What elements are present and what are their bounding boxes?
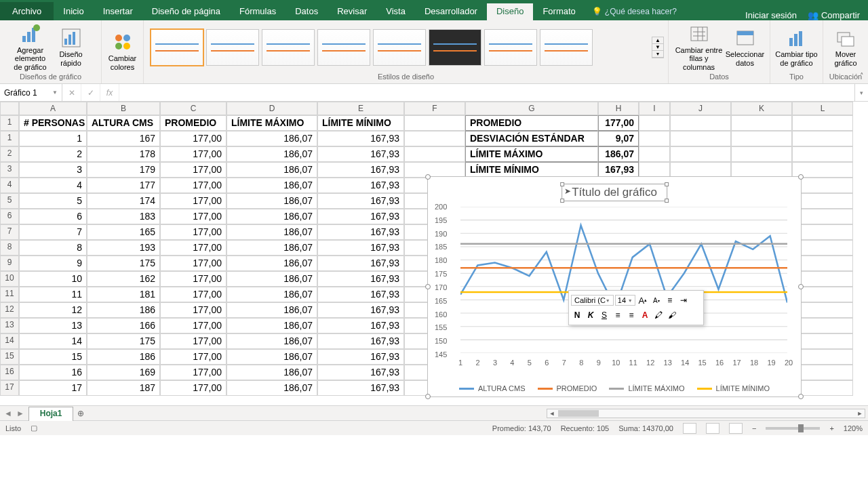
svg-point-8: [115, 35, 122, 41]
col-header[interactable]: D: [226, 102, 317, 115]
chart-style-4[interactable]: [317, 29, 370, 66]
chart-style-7[interactable]: [484, 29, 537, 66]
gallery-scroll[interactable]: ▲ ▼ ▾: [652, 37, 664, 58]
tab-formulas[interactable]: Fórmulas: [230, 3, 285, 20]
tab-formato[interactable]: Formato: [533, 3, 585, 20]
col-header[interactable]: A: [19, 102, 87, 115]
tab-file[interactable]: Archivo: [0, 2, 54, 20]
align-center-button[interactable]: ≡: [612, 309, 624, 321]
tab-diseno[interactable]: Diseño: [487, 3, 533, 20]
chart-legend[interactable]: ALTURA CMS PROMEDIO LÍMITE MÁXIMO LÍMITE…: [428, 384, 801, 392]
name-box[interactable]: Gráfico 1▼: [0, 84, 62, 101]
sheet-tab-hoja1[interactable]: Hoja1: [28, 407, 74, 421]
tab-desarrollador[interactable]: Desarrollador: [415, 3, 487, 20]
view-normal-button[interactable]: [683, 423, 696, 434]
chart-title[interactable]: ➤ Título del gráfico: [561, 184, 667, 201]
mini-format-toolbar[interactable]: Calibri (C▼ 14▼ A▴ A▾ ≡ ⇥ N K S ≡ ≡ A 🖍 …: [568, 290, 704, 325]
horizontal-scrollbar[interactable]: ◄►: [547, 409, 865, 418]
tab-inicio[interactable]: Inicio: [54, 3, 93, 20]
chart-style-6[interactable]: [429, 29, 481, 66]
tab-insertar[interactable]: Insertar: [94, 3, 142, 20]
cancel-formula-button[interactable]: ✕: [62, 84, 81, 101]
resize-handle[interactable]: [798, 284, 804, 289]
x-axis-tick: 14: [681, 359, 689, 367]
formula-input[interactable]: [119, 84, 854, 101]
svg-rect-5: [64, 39, 67, 45]
add-sheet-button[interactable]: ⊕: [73, 406, 88, 420]
col-header[interactable]: J: [670, 102, 731, 115]
move-chart-button[interactable]: Mover gráfico: [827, 27, 865, 66]
col-header[interactable]: G: [465, 102, 598, 115]
chart-style-1[interactable]: [151, 29, 203, 66]
svg-rect-12: [691, 27, 707, 41]
align-left-button[interactable]: ≡: [664, 294, 676, 306]
gallery-down-icon[interactable]: ▼: [652, 44, 663, 51]
col-header[interactable]: F: [404, 102, 465, 115]
chart-style-8[interactable]: [540, 29, 593, 66]
font-size-select[interactable]: 14▼: [615, 295, 635, 306]
select-data-button[interactable]: Seleccionar datos: [726, 27, 764, 66]
font-family-select[interactable]: Calibri (C▼: [571, 295, 614, 306]
view-page-break-button[interactable]: [729, 423, 743, 434]
resize-handle[interactable]: [798, 174, 804, 180]
switch-row-col-button[interactable]: Cambiar entre filas y columnas: [675, 23, 724, 70]
fill-color-button[interactable]: 🖍: [652, 309, 665, 321]
align-right-button[interactable]: ≡: [625, 309, 637, 321]
format-painter-button[interactable]: 🖌: [666, 309, 678, 321]
col-header[interactable]: I: [639, 102, 670, 115]
group-label-ubicacion: Ubicación: [829, 71, 862, 81]
tell-me[interactable]: 💡¿Qué desea hacer?: [585, 3, 684, 20]
add-chart-element-button[interactable]: Agregar elemento de gráfico: [12, 23, 50, 70]
resize-handle[interactable]: [425, 284, 431, 289]
tab-vista[interactable]: Vista: [376, 3, 415, 20]
worksheet-grid[interactable]: ABCDEFGHIJKL1# PERSONASALTURA CMSPROMEDI…: [0, 102, 868, 405]
expand-formula-bar[interactable]: ▾: [854, 84, 868, 101]
change-chart-type-button[interactable]: Cambiar tipo de gráfico: [773, 27, 821, 66]
svg-rect-1: [27, 32, 31, 42]
tab-datos[interactable]: Datos: [285, 3, 328, 20]
macro-record-icon[interactable]: ▢: [31, 424, 37, 432]
chart-object[interactable]: ➤ Título del gráfico ALTURA CMS PROMEDIO…: [427, 176, 802, 397]
zoom-level[interactable]: 120%: [844, 424, 863, 432]
chart-style-3[interactable]: [262, 29, 315, 66]
indent-button[interactable]: ⇥: [677, 294, 690, 306]
resize-handle[interactable]: [425, 394, 431, 399]
decrease-font-button[interactable]: A▾: [650, 294, 663, 306]
tab-revisar[interactable]: Revisar: [328, 3, 376, 20]
view-page-layout-button[interactable]: [706, 423, 719, 434]
chart-style-5[interactable]: [373, 29, 426, 66]
col-header[interactable]: K: [731, 102, 792, 115]
col-header[interactable]: C: [160, 102, 226, 115]
share-button[interactable]: 👥Compartir: [808, 10, 860, 20]
tab-diseno-pagina[interactable]: Diseño de página: [142, 3, 230, 20]
chart-plot-area[interactable]: [460, 207, 787, 353]
font-color-button[interactable]: A: [639, 309, 651, 321]
underline-button[interactable]: S: [598, 309, 610, 321]
quick-layout-button[interactable]: Diseño rápido: [52, 27, 90, 66]
zoom-out-button[interactable]: −: [752, 424, 756, 432]
zoom-in-button[interactable]: +: [829, 424, 833, 432]
change-colors-button[interactable]: Cambiar colores: [104, 31, 142, 70]
gallery-up-icon[interactable]: ▲: [652, 37, 663, 44]
resize-handle[interactable]: [425, 174, 431, 180]
gallery-more-icon[interactable]: ▾: [652, 51, 663, 58]
sign-in-button[interactable]: Iniciar sesión: [745, 10, 797, 20]
col-header[interactable]: H: [598, 102, 639, 115]
x-axis-tick: 9: [597, 359, 601, 367]
y-axis-tick: 190: [435, 230, 447, 238]
increase-font-button[interactable]: A▴: [637, 294, 649, 306]
bold-button[interactable]: N: [571, 309, 583, 321]
col-header[interactable]: B: [87, 102, 160, 115]
col-header[interactable]: E: [317, 102, 404, 115]
fx-button[interactable]: fx: [100, 84, 119, 101]
zoom-slider[interactable]: [766, 427, 820, 430]
x-axis-tick: 4: [510, 359, 514, 367]
sheet-nav-prev-icon[interactable]: ◄: [4, 409, 12, 418]
collapse-ribbon-icon[interactable]: ˄: [860, 72, 864, 81]
chart-style-2[interactable]: [206, 29, 259, 66]
sheet-nav-next-icon[interactable]: ►: [16, 409, 24, 418]
italic-button[interactable]: K: [585, 309, 597, 321]
resize-handle[interactable]: [798, 394, 804, 399]
col-header[interactable]: L: [792, 102, 853, 115]
accept-formula-button[interactable]: ✓: [81, 84, 100, 101]
